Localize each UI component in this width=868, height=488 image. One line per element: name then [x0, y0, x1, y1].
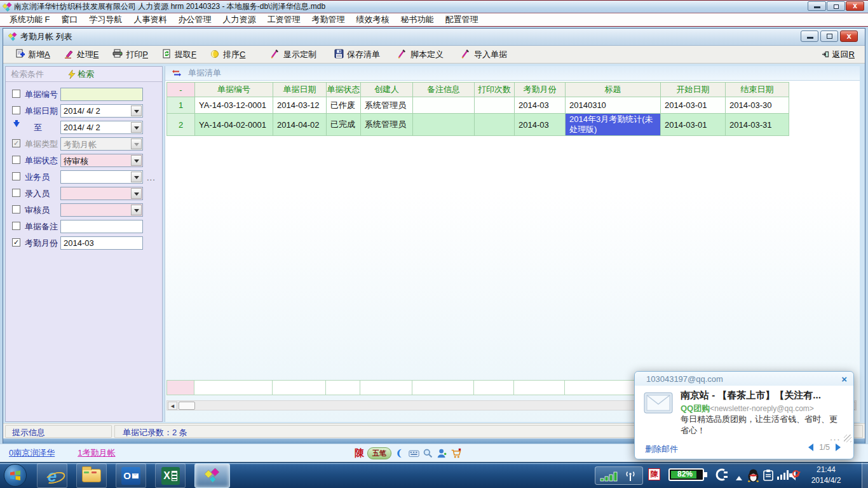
- cell-1-8[interactable]: 2014年3月考勤统计(未处理版): [566, 114, 661, 136]
- attendance-month-input[interactable]: 2014-03: [60, 236, 143, 250]
- ime-mode-button[interactable]: 五笔: [367, 447, 391, 459]
- menu-item-4[interactable]: 办公管理: [173, 13, 217, 27]
- table-row[interactable]: 1YA-14-03-12-00012014-03-12已作废系统管理员2014-…: [167, 97, 789, 114]
- menu-item-9[interactable]: 秘书功能: [395, 13, 440, 27]
- column-header-5[interactable]: 备注信息: [413, 83, 475, 97]
- cell-0-3[interactable]: 已作废: [327, 97, 361, 114]
- minimize-button[interactable]: [808, 1, 826, 11]
- toolbar-button-导入单据[interactable]: 导入单据: [461, 48, 508, 61]
- ime-language-indicator[interactable]: 陳: [355, 447, 364, 459]
- wifi-signal-tray-icon[interactable]: [776, 469, 789, 480]
- checkbox-bill-type[interactable]: ✓: [12, 139, 20, 147]
- search-button[interactable]: 检索: [68, 69, 94, 80]
- dropdown-arrow-salesman[interactable]: [131, 172, 142, 182]
- tab-attendance-list[interactable]: 1考勤月帐: [78, 447, 115, 459]
- entry-clerk-dropdown[interactable]: [60, 187, 143, 200]
- ime-cart-icon[interactable]: [451, 448, 461, 459]
- child-close-button[interactable]: x: [840, 30, 858, 42]
- cell-1-1[interactable]: YA-14-04-02-0001: [195, 114, 273, 136]
- toolbar-button-保存清单[interactable]: 保存清单: [334, 48, 381, 61]
- column-header-6[interactable]: 打印次数: [475, 83, 515, 97]
- qq-penguin-icon[interactable]: [747, 469, 759, 482]
- toolbar-button-处理[interactable]: 处理E: [64, 48, 100, 61]
- scroll-left-arrow[interactable]: ◄: [168, 402, 177, 410]
- toolbar-button-提取[interactable]: 提取F: [161, 48, 197, 61]
- table-row[interactable]: 2YA-14-04-02-00012014-04-02已完成系统管理员2014-…: [167, 114, 789, 136]
- column-header-4[interactable]: 创建人: [361, 83, 413, 97]
- child-restore-button[interactable]: [820, 30, 838, 42]
- cell-0-8[interactable]: 20140310: [566, 97, 661, 114]
- network-tray-button[interactable]: [595, 466, 643, 485]
- child-minimize-button[interactable]: [801, 30, 818, 42]
- dropdown-arrow-auditor[interactable]: [131, 205, 142, 215]
- menu-item-1[interactable]: 窗口: [56, 13, 84, 27]
- cell-1-5[interactable]: [413, 114, 475, 136]
- menu-item-5[interactable]: 人力资源: [217, 13, 262, 27]
- dropdown-arrow-bill-date-to[interactable]: [131, 122, 142, 133]
- menu-item-6[interactable]: 工资管理: [262, 13, 306, 27]
- column-header-10[interactable]: 结束日期: [726, 83, 789, 97]
- checkbox-entry-clerk[interactable]: [12, 189, 20, 197]
- cell-1-3[interactable]: 已完成: [327, 114, 361, 136]
- taskbar-explorer-button[interactable]: [76, 463, 107, 488]
- cell-0-1[interactable]: YA-14-03-12-0001: [195, 97, 273, 114]
- toolbar-button-排序[interactable]: 排序C: [210, 48, 246, 61]
- menu-item-3[interactable]: 人事资料: [128, 13, 173, 27]
- taskbar-hrm-app-button[interactable]: [194, 463, 230, 488]
- battery-tray-button[interactable]: 82%: [668, 468, 729, 482]
- volume-muted-icon[interactable]: [789, 469, 803, 482]
- menu-item-10[interactable]: 配置管理: [440, 13, 484, 27]
- dropdown-arrow-bill-type[interactable]: [131, 139, 142, 149]
- tray-ime-indicator[interactable]: 陳: [648, 468, 660, 480]
- cell-0-5[interactable]: [413, 97, 475, 114]
- ellipsis-button-salesman[interactable]: ...: [147, 173, 156, 182]
- cell-1-4[interactable]: 系统管理员: [361, 114, 413, 136]
- tray-overflow-arrow[interactable]: [736, 473, 742, 480]
- column-header-7[interactable]: 考勤月份: [515, 83, 566, 97]
- tab-main-window[interactable]: 0南京润泽华: [9, 447, 55, 459]
- menu-item-8[interactable]: 绩效考核: [351, 13, 395, 27]
- cell-1-10[interactable]: 2014-03-31: [726, 114, 789, 136]
- bill-status-dropdown[interactable]: 待审核: [60, 154, 143, 167]
- checkbox-bill-no[interactable]: [12, 90, 20, 98]
- cell-0-10[interactable]: 2014-03-30: [726, 97, 789, 114]
- toolbar-button-新增[interactable]: 新增A: [15, 48, 51, 61]
- bill-no-input[interactable]: [60, 88, 143, 101]
- toolbar-button-显示定制[interactable]: 显示定制: [270, 48, 317, 61]
- tray-clock[interactable]: 21:44 2014/4/2: [802, 464, 850, 486]
- row-number-cell[interactable]: 2: [167, 114, 195, 136]
- ime-keyboard-icon[interactable]: [409, 448, 419, 459]
- column-header-2[interactable]: 单据日期: [273, 83, 327, 97]
- bill-date-to-dropdown[interactable]: 2014/ 4/ 2: [60, 121, 143, 134]
- menu-item-0[interactable]: 系统功能 F: [4, 13, 56, 27]
- ime-moon-icon[interactable]: [395, 448, 405, 459]
- column-header-9[interactable]: 开始日期: [661, 83, 726, 97]
- checkbox-salesman[interactable]: [12, 172, 20, 180]
- delete-mail-link[interactable]: 删除邮件: [645, 444, 678, 455]
- bill-remark-input[interactable]: [60, 220, 143, 233]
- cell-0-6[interactable]: [475, 97, 515, 114]
- column-header-1[interactable]: 单据编号: [195, 83, 273, 97]
- return-button[interactable]: 返回R: [822, 49, 855, 60]
- pager-next-icon[interactable]: [836, 444, 844, 451]
- toolbar-button-脚本定义[interactable]: 脚本定义: [397, 48, 444, 61]
- clipboard-tray-icon[interactable]: [763, 469, 774, 482]
- row-number-cell[interactable]: 1: [167, 97, 195, 114]
- checkbox-auditor[interactable]: [12, 205, 20, 214]
- checkbox-attendance-month[interactable]: ✓: [12, 238, 20, 247]
- notification-close-icon[interactable]: ×: [841, 374, 847, 384]
- dropdown-arrow-bill-status[interactable]: [131, 155, 142, 166]
- menu-item-2[interactable]: 学习导航: [84, 13, 128, 27]
- scrollbar-thumb[interactable]: [179, 402, 195, 410]
- dropdown-arrow-bill-date-from[interactable]: [131, 105, 142, 116]
- cell-1-6[interactable]: [475, 114, 515, 136]
- cell-1-9[interactable]: 2014-03-01: [661, 114, 726, 136]
- mail-more-dots[interactable]: ...: [830, 433, 841, 442]
- cell-1-2[interactable]: 2014-04-02: [273, 114, 327, 136]
- cell-0-4[interactable]: 系统管理员: [361, 97, 413, 114]
- bill-date-from-dropdown[interactable]: 2014/ 4/ 2: [60, 104, 143, 118]
- cell-0-9[interactable]: 2014-03-01: [661, 97, 726, 114]
- restore-button[interactable]: [827, 1, 845, 11]
- resize-grip[interactable]: [844, 435, 851, 442]
- show-desktop-button[interactable]: [862, 463, 868, 488]
